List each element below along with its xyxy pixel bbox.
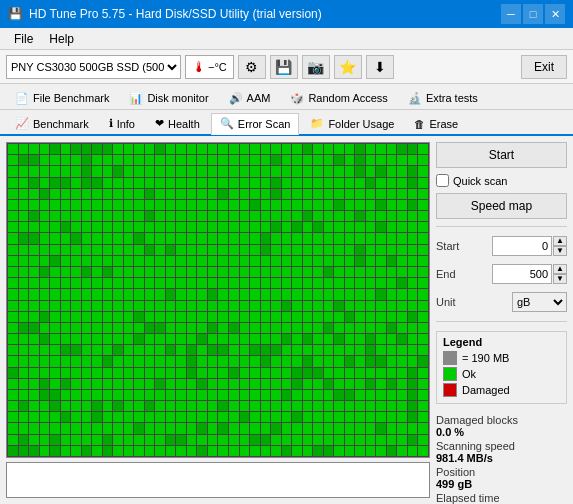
tab-file-benchmark[interactable]: 📄 File Benchmark [6,87,118,109]
grid-cell [240,245,250,255]
grid-cell [387,245,397,255]
grid-cell [103,289,113,299]
grid-cell [218,245,228,255]
toolbar-btn-3[interactable]: 📷 [302,55,330,79]
grid-cell [397,211,407,221]
exit-button[interactable]: Exit [521,55,567,79]
grid-cell [71,256,81,266]
menu-help[interactable]: Help [41,30,82,48]
end-spin-up[interactable]: ▲ [553,264,567,274]
grid-cell [134,211,144,221]
grid-cell [197,178,207,188]
grid-cell [113,222,123,232]
grid-cell [29,334,39,344]
grid-cell [408,356,418,366]
grid-cell [324,200,334,210]
grid-cell [176,379,186,389]
grid-cell [134,178,144,188]
toolbar-btn-2[interactable]: 💾 [270,55,298,79]
start-button[interactable]: Start [436,142,567,168]
grid-cell [387,334,397,344]
grid-cell [71,144,81,154]
tab-extra-tests[interactable]: 🔬 Extra tests [399,87,487,109]
grid-cell [187,245,197,255]
tab-erase[interactable]: 🗑 Erase [405,112,467,134]
start-spin-down[interactable]: ▼ [553,246,567,256]
grid-cell [324,166,334,176]
grid-cell [366,423,376,433]
grid-cell [313,200,323,210]
menu-file[interactable]: File [6,30,41,48]
toolbar-btn-5[interactable]: ⬇ [366,55,394,79]
maximize-button[interactable]: □ [523,4,543,24]
grid-cell [82,233,92,243]
quick-scan-label[interactable]: Quick scan [453,175,507,187]
grid-cell [124,222,134,232]
grid-cell [282,178,292,188]
tab-random-access[interactable]: 🎲 Random Access [281,87,396,109]
grid-cell [166,155,176,165]
grid-cell [19,144,29,154]
minimize-button[interactable]: ─ [501,4,521,24]
grid-cell [408,211,418,221]
grid-cell [366,301,376,311]
grid-cell [292,345,302,355]
grid-cell [292,267,302,277]
grid-cell [387,356,397,366]
unit-select[interactable]: gB [512,292,567,312]
grid-cell [376,345,386,355]
grid-cell [355,401,365,411]
tab-benchmark[interactable]: 📈 Benchmark [6,112,98,134]
grid-cell [387,435,397,445]
tab-aam[interactable]: 🔊 AAM [220,87,280,109]
grid-cell [71,245,81,255]
start-input[interactable] [492,236,552,256]
grid-cell [8,222,18,232]
tab-disk-monitor[interactable]: 📊 Disk monitor [120,87,217,109]
grid-cell [229,368,239,378]
grid-cell [124,289,134,299]
grid-cell [134,189,144,199]
tab-folder-usage[interactable]: 📁 Folder Usage [301,112,403,134]
speed-map-button[interactable]: Speed map [436,193,567,219]
grid-cell [155,222,165,232]
tab-health[interactable]: ❤ Health [146,112,209,134]
grid-cell [61,379,71,389]
grid-cell [345,323,355,333]
grid-cell [250,200,260,210]
grid-cell [124,323,134,333]
grid-cell [134,412,144,422]
grid-cell [124,345,134,355]
grid-cell [271,245,281,255]
grid-cell [124,245,134,255]
grid-cell [166,379,176,389]
grid-cell [92,435,102,445]
tab-info[interactable]: ℹ Info [100,112,144,134]
grid-cell [61,278,71,288]
legend-box: Legend = 190 MB Ok Damaged [436,331,567,404]
quick-scan-checkbox[interactable] [436,174,449,187]
grid-cell [355,233,365,243]
grid-cell [155,446,165,456]
grid-cell [113,155,123,165]
grid-cell [366,211,376,221]
grid-cell [376,390,386,400]
toolbar-btn-4[interactable]: ⭐ [334,55,362,79]
grid-cell [345,301,355,311]
grid-cell [40,222,50,232]
grid-cell [303,423,313,433]
drive-select[interactable]: PNY CS3030 500GB SSD (500 gB) [6,55,181,79]
grid-cell [71,222,81,232]
grid-cell [29,412,39,422]
grid-cell [166,189,176,199]
tab-error-scan[interactable]: 🔍 Error Scan [211,113,300,135]
grid-cell [271,301,281,311]
end-input[interactable] [492,264,552,284]
grid-cell [387,178,397,188]
start-spin-up[interactable]: ▲ [553,236,567,246]
grid-cell [229,144,239,154]
end-spin-down[interactable]: ▼ [553,274,567,284]
close-button[interactable]: ✕ [545,4,565,24]
toolbar-btn-1[interactable]: ⚙ [238,55,266,79]
grid-cell [229,323,239,333]
